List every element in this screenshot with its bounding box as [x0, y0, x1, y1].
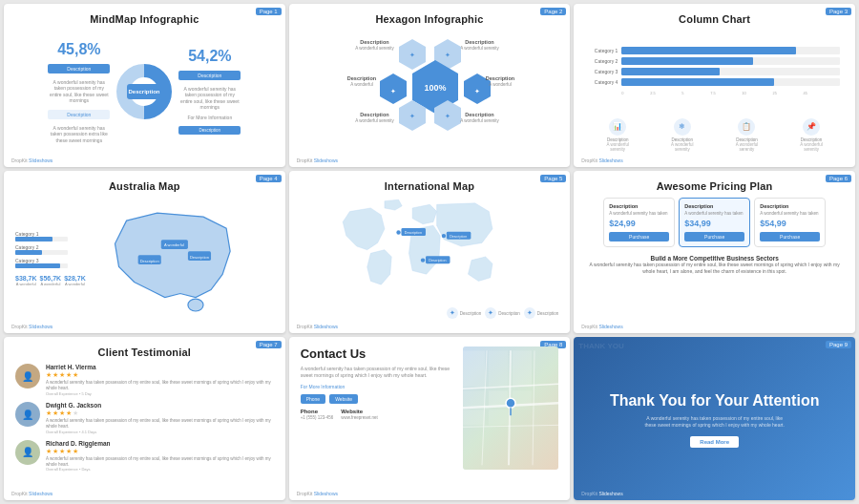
donut-chart: Description [115, 63, 173, 120]
aus-num-label-2: A wonderful [40, 282, 62, 286]
star-2-5: ★ [73, 410, 78, 417]
hexagon-content: DescriptionA wonderful serenity Descript… [301, 31, 559, 154]
star-2-3: ★ [59, 410, 65, 417]
svg-line-39 [533, 351, 534, 466]
intl-icon-circle-2: ✦ [485, 307, 496, 319]
aus-num-2: $56,7K A wonderful [40, 275, 62, 286]
pricing-price-1: $24,99 [609, 219, 669, 228]
bar-label-3: Category 3 [589, 69, 618, 74]
svg-rect-42 [513, 351, 532, 388]
australia-content: Category 1 Category 2 Category 3 $38,7K … [15, 198, 274, 321]
mindmap-right: 54,2% Description A wonderful serenity h… [178, 48, 241, 137]
hex-label-br: DescriptionA wonderful serenity [458, 112, 501, 123]
slide-hexagon: Page 2 Hexagon Infographic DescriptionA … [289, 4, 571, 167]
slide-title-hexagon: Hexagon Infographic [301, 13, 559, 25]
pricing-card-title-2: Description [684, 203, 744, 209]
svg-point-31 [421, 258, 425, 262]
aus-track-3 [15, 263, 68, 268]
stars-3: ★ ★ ★ ★ ★ [46, 448, 274, 455]
brand-footer-1: DropKit Slideshows [11, 158, 52, 163]
small-text-4: For More Information [178, 115, 241, 121]
mindmap-left: 45,8% Description A wonderful serenity h… [48, 41, 110, 144]
chart-axis: 0 2.5 5 7.5 10 25 45 [589, 89, 840, 95]
svg-rect-40 [463, 351, 485, 388]
testimonial-content: 👤 Harriet H. Vierma ★ ★ ★ ★ ★ A wonderfu… [15, 364, 274, 487]
aus-num-1: $38,7K A wonderful [15, 275, 37, 286]
pricing-btn-1[interactable]: Purchase [609, 232, 669, 242]
stat-num-2: 54,2% [178, 48, 241, 65]
svg-line-36 [463, 426, 558, 428]
thankyou-title: Thank You for Your Attention [610, 391, 820, 410]
page-badge-9: Page 9 [826, 341, 851, 348]
contact-desc: A wonderful serenity has taken possessio… [301, 366, 456, 379]
contact-btn-website[interactable]: Website [329, 394, 358, 404]
test-name-2: Dwight G. Jackson [46, 402, 274, 409]
svg-text:✦: ✦ [409, 52, 415, 58]
hex-label-bl: DescriptionA wonderful serenity [353, 112, 396, 123]
intl-icon-circle-1: ✦ [447, 307, 458, 319]
brand-footer-3: DropKit Slideshows [581, 158, 622, 163]
desc-pill-1: Description [48, 64, 110, 74]
bar-row-4: Category 4 [589, 78, 840, 86]
svg-point-18 [188, 299, 203, 311]
aus-bar-2: Category 2 [15, 244, 68, 255]
slide-thankyou: Page 9 THANK YOU Thank You for Your Atte… [574, 337, 855, 500]
intl-icon-circle-3: ✦ [524, 307, 535, 319]
svg-text:Description: Description [129, 89, 160, 94]
pricing-card-title-1: Description [609, 203, 669, 209]
pricing-btn-2[interactable]: Purchase [684, 232, 744, 242]
aus-numbers: $38,7K A wonderful $56,7K A wonderful $2… [15, 275, 68, 286]
chart-icons-row: 📊 DescriptionA wonderful serenity ❄ Desc… [585, 116, 844, 154]
slide-contact: Page 8 Contact Us A wonderful serenity h… [289, 337, 571, 500]
svg-text:✦: ✦ [409, 113, 415, 119]
thankyou-btn[interactable]: Read More [690, 436, 739, 448]
bar-track-1 [621, 47, 840, 54]
bar-fill-2 [621, 57, 752, 65]
slide-title-mindmap: MindMap Infographic [15, 13, 274, 25]
test-body-3: A wonderful serenity has taken possessio… [46, 456, 274, 468]
intl-icon-label-2: Description [498, 311, 520, 316]
chart-icon-circle-2: ❄ [674, 118, 691, 136]
hex-svg: ✦ ✦ ✦ 100% ✦ ✦ [344, 39, 515, 144]
pricing-btn-3[interactable]: Purchase [760, 232, 820, 242]
thankyou-desc: A wonderful serenity has taken possessio… [643, 415, 786, 429]
mindmap-content: 45,8% Description A wonderful serenity h… [15, 31, 274, 154]
chart-icon-4: 📌 DescriptionA wonderful serenity [792, 118, 830, 152]
page-badge-3: Page 3 [826, 8, 851, 15]
brand-footer-2: DropKit Slideshows [297, 158, 338, 163]
brand-footer-8: DropKit Slideshows [297, 491, 338, 496]
pricing-footer-title: Build a More Competitive Business Sector… [585, 255, 844, 262]
test-text-3: Richard D. Riggleman ★ ★ ★ ★ ★ A wonderf… [46, 440, 274, 472]
chart-icon-circle-4: 📌 [803, 118, 820, 136]
chart-content: Category 1 Category 2 Category 3 Categor… [585, 31, 844, 154]
stars-1: ★ ★ ★ ★ ★ [46, 371, 274, 379]
aus-nums-row: $38,7K A wonderful $56,7K A wonderful $2… [15, 275, 68, 286]
test-meta-3: Overall Experience • Days [46, 467, 274, 472]
pricing-cards: Description A wonderful serenity has tak… [585, 198, 844, 247]
chart-icon-label-1: DescriptionA wonderful serenity [598, 137, 637, 152]
contact-phone-item: Phone +1 (555) 123-456 [301, 409, 334, 420]
bar-label-2: Category 2 [589, 58, 618, 64]
slide-grid: Page 1 MindMap Infographic 45,8% Descrip… [0, 0, 859, 504]
page-badge-2: Page 2 [540, 8, 566, 15]
page-badge-6: Page 6 [826, 175, 851, 182]
contact-btn-phone[interactable]: Phone [301, 394, 325, 404]
testimonial-item-1: 👤 Harriet H. Vierma ★ ★ ★ ★ ★ A wonderfu… [15, 364, 274, 396]
page-badge-1: Page 1 [256, 8, 282, 15]
pricing-footer-desc: A wonderful serenity has taken possessio… [585, 262, 844, 275]
svg-text:Description: Description [190, 254, 209, 259]
chart-icon-2: ❄ DescriptionA wonderful serenity [663, 118, 702, 152]
star-1-5: ★ [73, 371, 78, 379]
svg-point-28 [441, 234, 445, 238]
bar-label-1: Category 1 [589, 48, 618, 53]
star-3-4: ★ [66, 448, 72, 455]
aus-track-2 [15, 250, 68, 255]
contact-left: Contact Us A wonderful serenity has take… [301, 346, 456, 470]
test-text-1: Harriet H. Vierma ★ ★ ★ ★ ★ A wonderful … [46, 364, 274, 396]
hex-label-mr: DescriptionA wonderful [482, 75, 518, 87]
pricing-footer: Build a More Competitive Business Sector… [585, 255, 844, 275]
bar-track-4 [621, 78, 840, 86]
pricing-price-2: $34,99 [684, 219, 744, 228]
brand-footer-5: DropKit Slideshows [297, 324, 338, 329]
star-3-3: ★ [59, 448, 65, 455]
